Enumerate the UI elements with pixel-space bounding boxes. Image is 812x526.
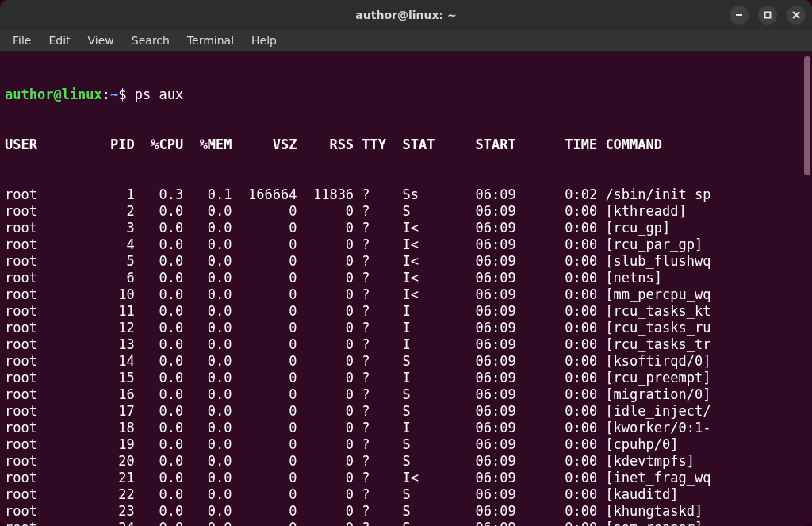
ps-header-row: USER PID %CPU %MEM VSZ RSS TTY STAT STAR…: [5, 136, 807, 153]
ps-row: root 23 0.0 0.0 0 0 ? S 06:09 0:00 [khun…: [5, 503, 807, 520]
scrollbar-track[interactable]: [802, 52, 812, 526]
prompt-sep1: :: [102, 86, 110, 102]
window-controls: [730, 6, 806, 25]
prompt-sep2: $: [118, 86, 134, 102]
ps-row: root 24 0.0 0.0 0 0 ? S 06:09 0:00 [oom_…: [5, 520, 807, 526]
menubar: File Edit View Search Terminal Help: [0, 30, 812, 52]
menu-terminal[interactable]: Terminal: [179, 32, 242, 49]
ps-row: root 21 0.0 0.0 0 0 ? I< 06:09 0:00 [ine…: [5, 470, 807, 486]
ps-row: root 15 0.0 0.0 0 0 ? I 06:09 0:00 [rcu_…: [5, 370, 807, 386]
prompt-line: author@linux:~$ ps aux: [5, 86, 807, 103]
close-icon: [792, 11, 800, 19]
close-button[interactable]: [787, 6, 806, 25]
ps-row: root 2 0.0 0.0 0 0 ? S 06:09 0:00 [kthre…: [5, 203, 807, 220]
ps-row: root 12 0.0 0.0 0 0 ? I 06:09 0:00 [rcu_…: [5, 320, 807, 336]
ps-row: root 1 0.3 0.1 166664 11836 ? Ss 06:09 0…: [5, 186, 807, 203]
ps-row: root 17 0.0 0.0 0 0 ? S 06:09 0:00 [idle…: [5, 403, 807, 420]
terminal-window: author@linux: ~ File Edit View Search Te…: [0, 0, 812, 526]
ps-row: root 16 0.0 0.0 0 0 ? S 06:09 0:00 [migr…: [5, 386, 807, 403]
ps-row: root 3 0.0 0.0 0 0 ? I< 06:09 0:00 [rcu_…: [5, 220, 807, 236]
window-title: author@linux: ~: [355, 9, 456, 21]
svg-rect-0: [765, 13, 771, 18]
maximize-icon: [764, 11, 772, 19]
titlebar: author@linux: ~: [0, 0, 812, 30]
minimize-button[interactable]: [730, 6, 749, 25]
scrollbar-thumb[interactable]: [804, 56, 810, 175]
minimize-icon: [735, 11, 743, 19]
ps-row: root 14 0.0 0.0 0 0 ? S 06:09 0:00 [ksof…: [5, 353, 807, 370]
ps-row: root 13 0.0 0.0 0 0 ? I 06:09 0:00 [rcu_…: [5, 336, 807, 353]
entered-command: ps aux: [135, 86, 183, 102]
ps-row: root 6 0.0 0.0 0 0 ? I< 06:09 0:00 [netn…: [5, 270, 807, 286]
menu-edit[interactable]: Edit: [40, 32, 78, 49]
maximize-button[interactable]: [758, 6, 777, 25]
prompt-path: ~: [110, 86, 118, 102]
ps-row: root 18 0.0 0.0 0 0 ? I 06:09 0:00 [kwor…: [5, 420, 807, 436]
ps-rows: root 1 0.3 0.1 166664 11836 ? Ss 06:09 0…: [5, 186, 807, 526]
ps-row: root 22 0.0 0.0 0 0 ? S 06:09 0:00 [kaud…: [5, 486, 807, 503]
menu-view[interactable]: View: [80, 32, 122, 49]
ps-row: root 4 0.0 0.0 0 0 ? I< 06:09 0:00 [rcu_…: [5, 236, 807, 253]
menu-help[interactable]: Help: [243, 32, 285, 49]
ps-row: root 19 0.0 0.0 0 0 ? S 06:09 0:00 [cpuh…: [5, 436, 807, 453]
ps-row: root 20 0.0 0.0 0 0 ? S 06:09 0:00 [kdev…: [5, 453, 807, 470]
terminal-viewport[interactable]: author@linux:~$ ps aux USER PID %CPU %ME…: [0, 52, 812, 526]
ps-row: root 5 0.0 0.0 0 0 ? I< 06:09 0:00 [slub…: [5, 253, 807, 270]
menu-file[interactable]: File: [5, 32, 39, 49]
prompt-user-host: author@linux: [5, 86, 102, 102]
ps-row: root 10 0.0 0.0 0 0 ? I< 06:09 0:00 [mm_…: [5, 286, 807, 303]
ps-row: root 11 0.0 0.0 0 0 ? I 06:09 0:00 [rcu_…: [5, 303, 807, 320]
menu-search[interactable]: Search: [124, 32, 178, 49]
